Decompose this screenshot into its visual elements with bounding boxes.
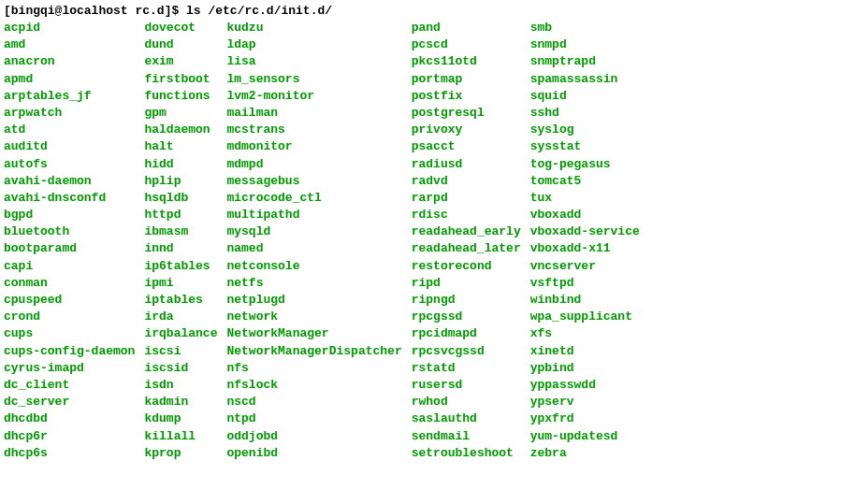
column-3: pandpcscdpkcs11otdportmappostfixpostgres… xyxy=(412,20,521,462)
file-entry: bluetooth xyxy=(4,223,135,240)
column-2: kudzuldaplisalm_sensorslvm2-monitormailm… xyxy=(226,20,401,462)
file-entry: sysstat xyxy=(530,138,640,155)
file-entry: dc_server xyxy=(4,394,135,410)
file-entry: bgpd xyxy=(4,207,135,223)
file-entry: ldap xyxy=(226,36,401,53)
file-entry: syslog xyxy=(530,122,640,138)
file-entry: isdn xyxy=(144,377,217,394)
file-entry: auditd xyxy=(4,138,135,155)
file-entry: rarpd xyxy=(412,190,521,207)
file-entry: autofs xyxy=(4,156,135,173)
file-entry: rdisc xyxy=(412,207,521,223)
file-entry: ipmi xyxy=(144,275,217,292)
file-entry: ripd xyxy=(412,275,521,292)
file-entry: vncserver xyxy=(530,258,640,275)
file-entry: setroubleshoot xyxy=(412,445,521,462)
file-entry: cups xyxy=(4,325,135,342)
file-entry: tog-pegasus xyxy=(530,156,640,173)
file-entry: exim xyxy=(144,53,217,70)
file-entry: iscsi xyxy=(144,343,217,360)
file-entry: vboxadd-service xyxy=(530,223,640,240)
file-entry: pcscd xyxy=(412,36,521,53)
file-entry: firstboot xyxy=(144,71,217,88)
file-entry: xinetd xyxy=(530,343,640,360)
file-entry: lm_sensors xyxy=(226,71,401,88)
file-entry: radvd xyxy=(412,173,521,190)
file-entry: sshd xyxy=(530,105,640,122)
file-entry: dhcdbd xyxy=(4,410,135,427)
file-entry: cpuspeed xyxy=(4,292,135,309)
file-entry: lvm2-monitor xyxy=(226,88,401,105)
file-entry: sendmail xyxy=(412,428,521,445)
file-entry: yum-updatesd xyxy=(530,428,640,445)
file-entry: messagebus xyxy=(226,173,401,190)
file-entry: named xyxy=(226,240,401,257)
file-entry: winbind xyxy=(530,292,640,309)
file-entry: irda xyxy=(144,309,217,325)
file-entry: iscsid xyxy=(144,360,217,377)
file-entry: saslauthd xyxy=(412,410,521,427)
file-entry: zebra xyxy=(530,445,640,462)
file-entry: nfslock xyxy=(226,377,401,394)
file-entry: mdmonitor xyxy=(226,138,401,155)
file-entry: restorecond xyxy=(412,258,521,275)
ls-output: acpidamdanacronapmdarptables_jfarpwatcha… xyxy=(4,20,851,462)
file-entry: spamassassin xyxy=(530,71,640,88)
file-entry: rwhod xyxy=(412,394,521,410)
file-entry: hidd xyxy=(144,156,217,173)
file-entry: amd xyxy=(4,36,135,53)
file-entry: mailman xyxy=(226,105,401,122)
file-entry: vboxadd xyxy=(530,207,640,223)
file-entry: postgresql xyxy=(412,105,521,122)
file-entry: xfs xyxy=(530,325,640,342)
file-entry: httpd xyxy=(144,207,217,223)
file-entry: kprop xyxy=(144,445,217,462)
column-4: smbsnmpdsnmptrapdspamassassinsquidsshdsy… xyxy=(530,20,640,462)
file-entry: capi xyxy=(4,258,135,275)
file-entry: lisa xyxy=(226,53,401,70)
file-entry: ip6tables xyxy=(144,258,217,275)
file-entry: portmap xyxy=(412,71,521,88)
file-entry: snmpd xyxy=(530,36,640,53)
file-entry: crond xyxy=(4,309,135,325)
file-entry: kadmin xyxy=(144,394,217,410)
file-entry: apmd xyxy=(4,71,135,88)
file-entry: irqbalance xyxy=(144,325,217,342)
file-entry: iptables xyxy=(144,292,217,309)
file-entry: cyrus-imapd xyxy=(4,360,135,377)
file-entry: postfix xyxy=(412,88,521,105)
shell-prompt: [bingqi@localhost rc.d]$ ls /etc/rc.d/in… xyxy=(4,4,851,18)
file-entry: multipathd xyxy=(226,207,401,223)
file-entry: nfs xyxy=(226,360,401,377)
file-entry: readahead_later xyxy=(412,240,521,257)
file-entry: readahead_early xyxy=(412,223,521,240)
file-entry: kdump xyxy=(144,410,217,427)
file-entry: ypserv xyxy=(530,394,640,410)
file-entry: oddjobd xyxy=(226,428,401,445)
file-entry: ntpd xyxy=(226,410,401,427)
file-entry: halt xyxy=(144,138,217,155)
file-entry: yppasswdd xyxy=(530,377,640,394)
file-entry: mcstrans xyxy=(226,122,401,138)
file-entry: killall xyxy=(144,428,217,445)
file-entry: rpcidmapd xyxy=(412,325,521,342)
file-entry: hsqldb xyxy=(144,190,217,207)
file-entry: smb xyxy=(530,20,640,36)
file-entry: haldaemon xyxy=(144,122,217,138)
file-entry: rpcgssd xyxy=(412,309,521,325)
file-entry: ripngd xyxy=(412,292,521,309)
file-entry: wpa_supplicant xyxy=(530,309,640,325)
file-entry: netfs xyxy=(226,275,401,292)
file-entry: ibmasm xyxy=(144,223,217,240)
file-entry: privoxy xyxy=(412,122,521,138)
file-entry: NetworkManagerDispatcher xyxy=(226,343,401,360)
file-entry: anacron xyxy=(4,53,135,70)
file-entry: openibd xyxy=(226,445,401,462)
file-entry: acpid xyxy=(4,20,135,36)
file-entry: mdmpd xyxy=(226,156,401,173)
file-entry: dhcp6s xyxy=(4,445,135,462)
file-entry: innd xyxy=(144,240,217,257)
file-entry: mysqld xyxy=(226,223,401,240)
file-entry: cups-config-daemon xyxy=(4,343,135,360)
column-0: acpidamdanacronapmdarptables_jfarpwatcha… xyxy=(4,20,135,462)
